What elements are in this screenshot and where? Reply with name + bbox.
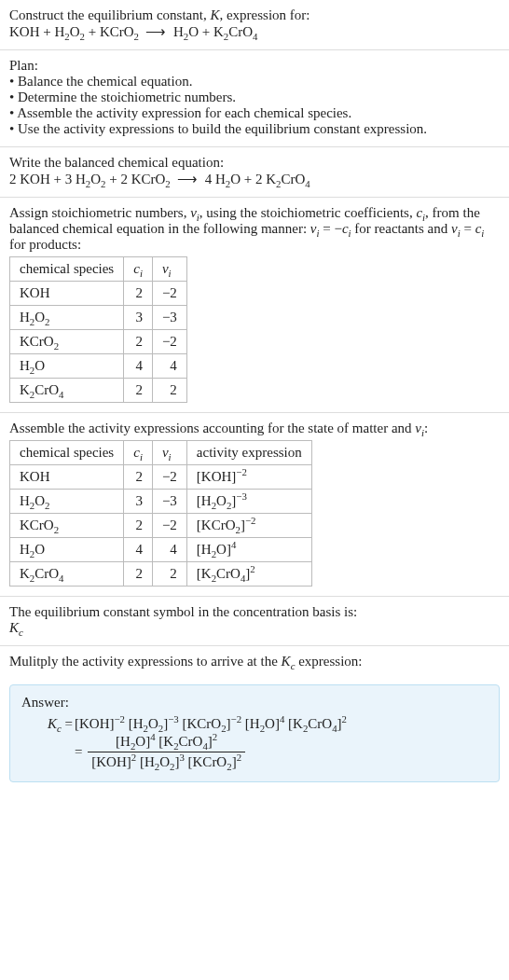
cell-ci: 2 bbox=[124, 379, 153, 403]
col-vi: νi bbox=[152, 257, 186, 282]
answer-lhs: Kc = bbox=[48, 716, 75, 732]
answer-numerator: [H2O]4 [K2CrO4]2 bbox=[88, 734, 245, 752]
intro-section: Construct the equilibrium constant, K, e… bbox=[0, 0, 509, 50]
table-row: H2O2 3 −3 bbox=[10, 306, 187, 330]
table-row: KCrO2 2 −2 [KCrO2]−2 bbox=[10, 514, 312, 538]
balanced-intro: Write the balanced chemical equation: bbox=[9, 155, 500, 171]
answer-line1: [KOH]−2 [H2O2]−3 [KCrO2]−2 [H2O]4 [K2CrO… bbox=[75, 716, 347, 731]
table-row: KCrO2 2 −2 bbox=[10, 330, 187, 354]
multiply-section: Mulitply the activity expressions to arr… bbox=[0, 646, 509, 679]
table-row: H2O 4 4 [H2O]4 bbox=[10, 538, 312, 562]
plan-title: Plan: bbox=[9, 58, 500, 74]
cell-species: KCrO2 bbox=[10, 330, 124, 354]
cell-species: KCrO2 bbox=[10, 514, 124, 538]
table-row: H2O2 3 −3 [H2O2]−3 bbox=[10, 490, 312, 514]
cell-species: H2O bbox=[10, 538, 124, 562]
unbalanced-equation: KOH + H2O2 + KCrO2 ⟶ H2O + K2CrO4 bbox=[9, 23, 500, 40]
answer-expression: Kc = [KOH]−2 [H2O2]−3 [KCrO2]−2 [H2O]4 [… bbox=[21, 716, 488, 770]
balanced-section: Write the balanced chemical equation: 2 … bbox=[0, 147, 509, 198]
table-row: KOH 2 −2 [KOH]−2 bbox=[10, 465, 312, 490]
cell-ci: 2 bbox=[124, 465, 153, 490]
col-species: chemical species bbox=[10, 257, 124, 282]
answer-denominator: [KOH]2 [H2O2]3 [KCrO2]2 bbox=[88, 752, 245, 770]
answer-label: Answer: bbox=[21, 695, 488, 711]
cell-vi: −2 bbox=[152, 514, 186, 538]
cell-activity: [H2O2]−3 bbox=[186, 490, 311, 514]
cell-ci: 2 bbox=[124, 562, 153, 587]
table-header-row: chemical species ci νi activity expressi… bbox=[10, 441, 312, 465]
answer-fraction: [H2O]4 [K2CrO4]2 [KOH]2 [H2O2]3 [KCrO2]2 bbox=[88, 734, 245, 770]
table-row: K2CrO4 2 2 [K2CrO4]2 bbox=[10, 562, 312, 587]
cell-vi: 2 bbox=[152, 562, 186, 587]
cell-vi: −3 bbox=[152, 306, 186, 330]
cell-ci: 2 bbox=[124, 330, 153, 354]
plan-item: • Use the activity expressions to build … bbox=[9, 121, 500, 137]
cell-ci: 2 bbox=[124, 514, 153, 538]
cell-vi: −2 bbox=[152, 282, 186, 306]
cell-activity: [KOH]−2 bbox=[186, 465, 311, 490]
table-row: H2O 4 4 bbox=[10, 354, 187, 379]
cell-vi: −3 bbox=[152, 490, 186, 514]
answer-box: Answer: Kc = [KOH]−2 [H2O2]−3 [KCrO2]−2 … bbox=[9, 684, 500, 782]
cell-ci: 4 bbox=[124, 354, 153, 379]
col-ci: ci bbox=[124, 441, 153, 465]
cell-species: H2O bbox=[10, 354, 124, 379]
symbol-value: Kc bbox=[9, 620, 500, 636]
cell-ci: 4 bbox=[124, 538, 153, 562]
answer-equals: = bbox=[75, 744, 86, 760]
cell-ci: 3 bbox=[124, 306, 153, 330]
cell-vi: 4 bbox=[152, 538, 186, 562]
balanced-equation: 2 KOH + 3 H2O2 + 2 KCrO2 ⟶ 4 H2O + 2 K2C… bbox=[9, 171, 500, 187]
cell-activity: [K2CrO4]2 bbox=[186, 562, 311, 587]
plan-item: • Balance the chemical equation. bbox=[9, 74, 500, 90]
table-row: KOH 2 −2 bbox=[10, 282, 187, 306]
cell-vi: −2 bbox=[152, 465, 186, 490]
cell-species: KOH bbox=[10, 282, 124, 306]
symbol-text: The equilibrium constant symbol in the c… bbox=[9, 604, 500, 620]
activity-text: Assemble the activity expressions accoun… bbox=[9, 421, 500, 436]
table-row: K2CrO4 2 2 bbox=[10, 379, 187, 403]
symbol-section: The equilibrium constant symbol in the c… bbox=[0, 597, 509, 646]
activity-section: Assemble the activity expressions accoun… bbox=[0, 413, 509, 597]
plan-item: • Assemble the activity expression for e… bbox=[9, 105, 500, 121]
col-vi: νi bbox=[152, 441, 186, 465]
stoich-text: Assign stoichiometric numbers, νi, using… bbox=[9, 205, 500, 253]
cell-vi: 2 bbox=[152, 379, 186, 403]
cell-species: H2O2 bbox=[10, 306, 124, 330]
col-activity: activity expression bbox=[186, 441, 311, 465]
cell-ci: 3 bbox=[124, 490, 153, 514]
cell-species: K2CrO4 bbox=[10, 379, 124, 403]
cell-activity: [KCrO2]−2 bbox=[186, 514, 311, 538]
table-header-row: chemical species ci νi bbox=[10, 257, 187, 282]
col-ci: ci bbox=[124, 257, 153, 282]
cell-activity: [H2O]4 bbox=[186, 538, 311, 562]
multiply-text: Mulitply the activity expressions to arr… bbox=[9, 654, 500, 669]
cell-ci: 2 bbox=[124, 282, 153, 306]
stoich-section: Assign stoichiometric numbers, νi, using… bbox=[0, 198, 509, 413]
cell-species: K2CrO4 bbox=[10, 562, 124, 587]
plan-section: Plan: • Balance the chemical equation. •… bbox=[0, 50, 509, 147]
answer-rhs: [KOH]−2 [H2O2]−3 [KCrO2]−2 [H2O]4 [K2CrO… bbox=[75, 716, 347, 770]
plan-list: • Balance the chemical equation. • Deter… bbox=[9, 74, 500, 137]
cell-vi: 4 bbox=[152, 354, 186, 379]
col-species: chemical species bbox=[10, 441, 124, 465]
stoich-table: chemical species ci νi KOH 2 −2 H2O2 3 −… bbox=[9, 256, 187, 403]
intro-line: Construct the equilibrium constant, K, e… bbox=[9, 7, 500, 23]
cell-species: H2O2 bbox=[10, 490, 124, 514]
activity-table: chemical species ci νi activity expressi… bbox=[9, 440, 312, 587]
plan-item: • Determine the stoichiometric numbers. bbox=[9, 90, 500, 105]
cell-species: KOH bbox=[10, 465, 124, 490]
cell-vi: −2 bbox=[152, 330, 186, 354]
